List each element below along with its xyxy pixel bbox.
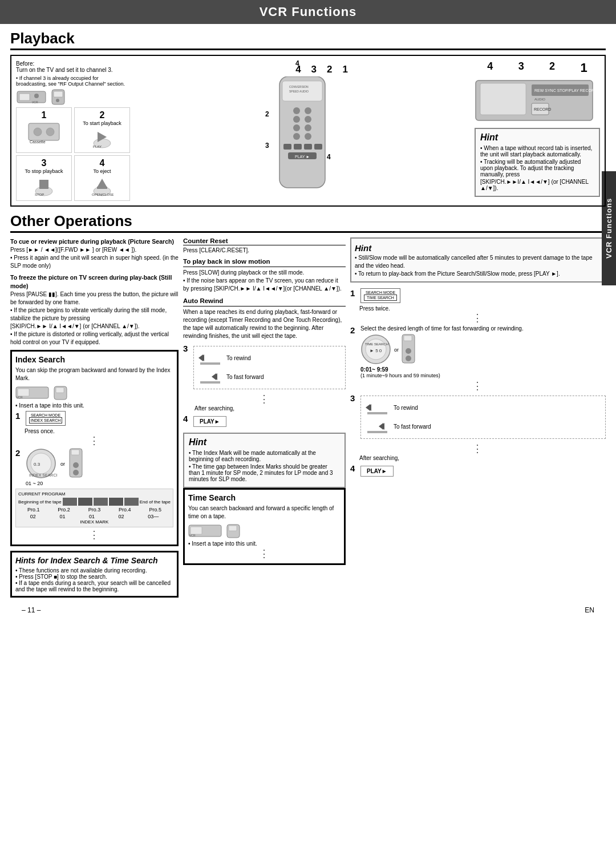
dots-time-1: ⋮	[350, 313, 606, 323]
playback-section: Before: Turn on the TV and set it to cha…	[10, 55, 606, 207]
index-search-devices: VCR	[15, 386, 173, 400]
svg-rect-53	[56, 388, 64, 393]
to-rewind-label-index: To rewind	[226, 355, 251, 361]
svg-point-9	[46, 128, 54, 136]
hints-footer-title: Hints for Index Search & Time Search	[15, 556, 173, 565]
tape-beginning: Beginning of the tape	[18, 499, 62, 505]
playback-step-4: 4 To eject OPEN/CLOSE	[74, 155, 130, 201]
hint-box-playback: Hint • When a tape without record tab is…	[475, 128, 600, 197]
svg-point-29	[293, 124, 300, 131]
svg-text:TIME SEARCH: TIME SEARCH	[365, 342, 388, 346]
time-search-body: You can search backward and forward a sp…	[188, 505, 341, 521]
dots-time-3: ⋮	[350, 443, 606, 454]
device-icons-row: VCR	[16, 89, 130, 105]
insert-tape-label: • Insert a tape into this unit.	[15, 402, 173, 409]
slow-motion-title: To play back in slow motion	[183, 257, 346, 267]
remote-icon-index	[53, 386, 69, 400]
index-dial: 0.3 INDEX SEARCH	[26, 448, 57, 479]
svg-text:3: 3	[265, 142, 269, 150]
svg-text:CONVERSION: CONVERSION	[289, 85, 309, 88]
svg-text:VCR: VCR	[189, 534, 196, 537]
time-search-box: Time Search You can search backward and …	[183, 488, 346, 565]
to-ff-label-index: To fast forward	[226, 374, 264, 380]
svg-rect-87	[367, 412, 387, 414]
hint-right-line-1: • Still/Slow mode will be automatically …	[355, 254, 601, 270]
time-search-title: Time Search	[188, 493, 341, 502]
hint-index-line-2: • The time gap between Index Marks shoul…	[189, 463, 340, 482]
index-search-body: You can skip the program backward and fo…	[15, 366, 173, 382]
svg-text:PLAY: PLAY	[93, 145, 102, 148]
play-button-index: PLAY►	[193, 416, 226, 427]
after-searching-index: After searching,	[194, 405, 346, 412]
svg-text:VCR: VCR	[17, 396, 23, 399]
svg-point-8	[34, 128, 42, 136]
ff-icon-time	[364, 420, 390, 434]
rw-ff-diagram-time: To rewind To fast forward	[360, 396, 606, 439]
ff-row: To fast forward	[197, 370, 342, 384]
index-remote-2	[68, 448, 84, 479]
svg-point-84	[406, 356, 411, 361]
svg-rect-64	[200, 362, 220, 365]
time-step-4: 4 PLAY►	[350, 463, 606, 479]
hint-title-index: Hint	[189, 437, 340, 447]
hint-line-2: • Tracking will be automatically adjuste…	[480, 159, 594, 178]
svg-rect-33	[283, 144, 291, 150]
hint-index-line-1: • The Index Mark will be made automatica…	[189, 450, 340, 462]
svg-text:RECORD: RECORD	[534, 107, 551, 111]
playback-title: Playback	[10, 30, 606, 50]
eject-button-icon: OPEN/CLOSE	[91, 174, 114, 197]
program-numbers: 02 01 01 02 03—	[18, 514, 171, 519]
svg-rect-35	[304, 144, 312, 150]
hint-box-index: Hint • The Index Mark will be made autom…	[183, 433, 346, 488]
svg-text:PLAY ►: PLAY ►	[295, 155, 310, 159]
svg-point-25	[293, 107, 300, 114]
time-search-insert: • Insert a tape into this unit.	[188, 541, 341, 547]
page-title: VCR Functions	[260, 5, 357, 19]
still-mode-block: To freeze the picture on TV screen durin…	[10, 273, 179, 346]
svg-rect-36	[314, 144, 322, 150]
stop-button-icon: STOP	[33, 174, 55, 197]
svg-point-27	[293, 116, 300, 123]
other-operations-layout: To cue or review picture during playback…	[10, 237, 606, 598]
to-ff-time: To fast forward	[394, 423, 431, 430]
hint-right-line-2: • To return to play-back from the Pictur…	[355, 270, 601, 278]
svg-rect-19	[97, 187, 107, 189]
svg-text:AUDIO: AUDIO	[534, 98, 545, 101]
picture-search-block: To cue or review picture during playback…	[10, 237, 179, 270]
dots-time: ⋮	[188, 548, 341, 559]
tape-diagram: CURRENT PROGRAM Beginning of the tape En…	[15, 489, 173, 527]
svg-text:► 5 0: ► 5 0	[370, 348, 382, 353]
hint-line-3: [SKIP/CH.►►I/▲ I◄◄/▼] (or [CHANNEL ▲/▼])…	[480, 179, 594, 191]
svg-text:2: 2	[265, 110, 269, 118]
hint-line-1: • When a tape without record tab is inse…	[480, 145, 594, 158]
time-note: (1 minute~9 hours and 59 minutes)	[360, 373, 524, 378]
index-step-1: 1 SEARCH MODE INDEX SEARCH	[15, 411, 173, 426]
time-step-2: 2 Select the desired length of time for …	[350, 325, 606, 378]
time-step-3: 3 To rewind	[350, 393, 606, 441]
time-search-right-steps: 1 SEARCH MODE TIME SEARCH Press twice. ⋮…	[350, 288, 606, 479]
still-mode-heading: To freeze the picture on TV screen durin…	[10, 274, 172, 289]
index-mark-label: INDEX MARK	[18, 519, 171, 525]
dots-2: ⋮	[15, 530, 173, 540]
still-mode-body: Press [PAUSE ▮▮]. Each time you press th…	[10, 291, 178, 345]
svg-point-61	[73, 470, 79, 475]
svg-text:VCR: VCR	[32, 100, 38, 104]
time-remote-2	[401, 334, 417, 365]
tape-bar	[63, 498, 139, 506]
svg-point-2	[34, 94, 39, 98]
playback-center: 4 4 3 2 1 CONVERSION	[136, 60, 469, 201]
svg-rect-92	[367, 431, 387, 433]
rw-row-time: To rewind	[364, 401, 602, 415]
or-label: or	[60, 461, 65, 467]
remote-icon-time	[226, 524, 242, 538]
picture-search-body: Press [►► / ◄◄]([F.FWD ►► ] or [REW ◄◄ ]…	[10, 247, 179, 269]
svg-point-30	[305, 124, 311, 131]
play-button-time: PLAY►	[360, 466, 394, 477]
svg-rect-7	[29, 123, 59, 140]
svg-rect-34	[294, 144, 302, 150]
svg-point-60	[73, 462, 79, 468]
auto-rewind-title: Auto Rewind	[183, 296, 346, 306]
vcr-icon-time: VCR	[188, 524, 222, 538]
remote-control-image: CONVERSION SPEED AUDIO	[265, 76, 339, 191]
other-operations-title: Other Operations	[10, 212, 606, 233]
